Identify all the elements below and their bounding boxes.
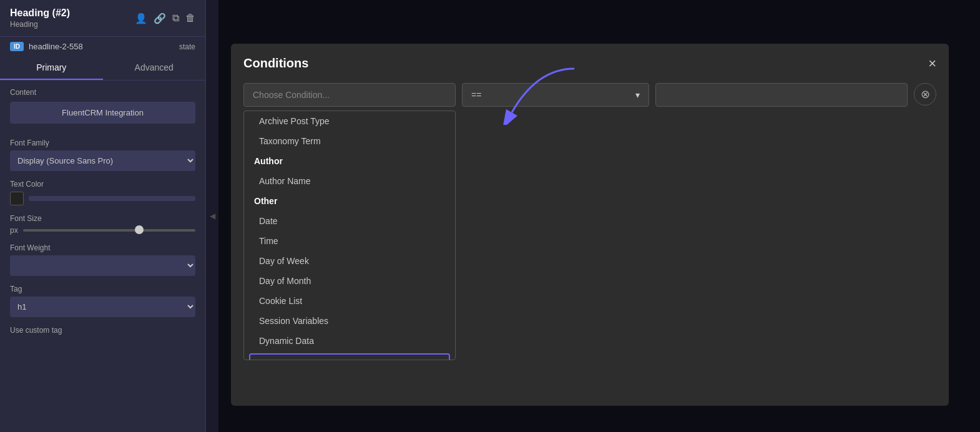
dropdown-item-time[interactable]: Time — [244, 231, 455, 251]
font-family-select[interactable]: Display (Source Sans Pro) — [10, 150, 195, 171]
dropdown-item-other-category: Other — [244, 191, 455, 211]
custom-tag-label: Use custom tag — [10, 326, 195, 335]
content-label: Content — [10, 88, 195, 97]
value-input[interactable] — [655, 83, 908, 107]
condition-dropdown-container: Choose Condition... Archive Post Type Ta… — [243, 83, 456, 107]
dropdown-item-day-of-month[interactable]: Day of Month — [244, 271, 455, 291]
remove-condition-button[interactable]: ⊗ — [914, 83, 936, 106]
dropdown-scroll-area[interactable]: Archive Post Type Taxonomy Term Author A… — [244, 111, 455, 360]
fluentcrm-group: FluentCRM FluentCRM - Contact Tag Fluent… — [249, 353, 450, 360]
condition-dropdown-trigger[interactable]: Choose Condition... — [243, 83, 456, 107]
sidebar-title: Heading (#2) — [10, 7, 70, 19]
state-label: state — [179, 42, 195, 51]
dropdown-item-author-category: Author — [244, 151, 455, 171]
tag-select[interactable]: h1 — [10, 297, 195, 317]
sidebar-header: Heading (#2) Heading 👤 🔗 ⧉ 🗑 — [0, 0, 205, 37]
operator-chevron: ▾ — [635, 90, 640, 100]
sidebar: Heading (#2) Heading 👤 🔗 ⧉ 🗑 ID headline… — [0, 0, 206, 432]
tab-advanced[interactable]: Advanced — [103, 56, 206, 80]
modal-title: Conditions — [243, 56, 308, 71]
dropdown-item-author-name[interactable]: Author Name — [244, 171, 455, 191]
font-family-section: Font Family Display (Source Sans Pro) Te… — [0, 131, 205, 342]
px-label: px — [10, 226, 18, 235]
content-section: Content FluentCRM Integration — [0, 81, 205, 131]
font-weight-select[interactable] — [10, 255, 195, 276]
link-icon[interactable]: 🔗 — [154, 12, 166, 24]
copy-icon[interactable]: ⧉ — [172, 12, 179, 24]
dropdown-item-date[interactable]: Date — [244, 211, 455, 231]
dropdown-item-taxonomy-term[interactable]: Taxonomy Term — [244, 131, 455, 151]
id-value: headline-2-558 — [29, 42, 83, 51]
dropdown-item-fluentcrm-category: FluentCRM — [250, 355, 449, 360]
dropdown-item-day-of-week[interactable]: Day of Week — [244, 251, 455, 271]
text-color-row — [10, 192, 195, 205]
conditions-modal: Conditions × Choose Condition... Archive… — [231, 44, 949, 406]
color-swatch[interactable] — [10, 192, 24, 205]
condition-dropdown-menu: Archive Post Type Taxonomy Term Author A… — [243, 110, 456, 360]
font-size-label: Font Size — [10, 214, 195, 223]
font-size-slider[interactable] — [23, 229, 195, 232]
tab-primary[interactable]: Primary — [0, 56, 103, 80]
id-badge: ID — [10, 42, 24, 51]
dropdown-item-session-variables[interactable]: Session Variables — [244, 311, 455, 331]
modal-close-button[interactable]: × — [928, 57, 936, 71]
text-color-label: Text Color — [10, 180, 195, 189]
delete-icon[interactable]: 🗑 — [185, 12, 195, 24]
operator-select[interactable]: == ▾ — [462, 83, 649, 107]
dropdown-item-cookie-list[interactable]: Cookie List — [244, 291, 455, 311]
modal-header: Conditions × — [243, 56, 936, 71]
sidebar-tabs: Primary Advanced — [0, 56, 205, 81]
condition-row: Choose Condition... Archive Post Type Ta… — [243, 83, 936, 107]
sidebar-icon-group: 👤 🔗 ⧉ 🗑 — [135, 12, 195, 24]
id-row: ID headline-2-558 state — [0, 37, 205, 56]
person-icon[interactable]: 👤 — [135, 12, 147, 24]
slider-thumb[interactable] — [135, 225, 144, 234]
tag-label: Tag — [10, 285, 195, 293]
font-size-row: px — [10, 226, 195, 235]
operator-value: == — [471, 90, 481, 100]
fluent-crm-button[interactable]: FluentCRM Integration — [10, 102, 195, 124]
font-family-label: Font Family — [10, 139, 195, 147]
dropdown-item-archive-post-type[interactable]: Archive Post Type — [244, 111, 455, 131]
dropdown-item-dynamic-data[interactable]: Dynamic Data — [244, 331, 455, 351]
sidebar-subtitle: Heading — [10, 20, 70, 29]
font-weight-label: Font Weight — [10, 243, 195, 252]
